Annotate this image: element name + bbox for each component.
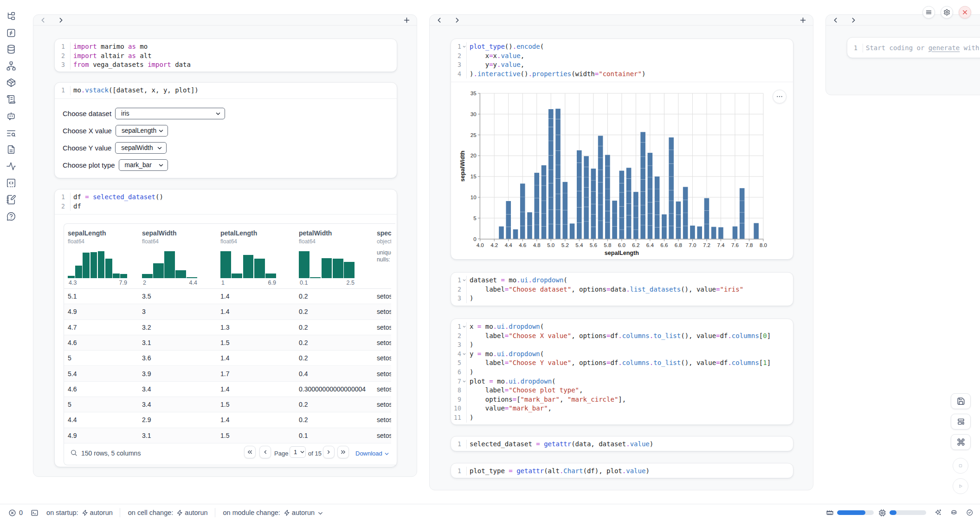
download-label: Download: [355, 450, 382, 457]
svg-text:7.2: 7.2: [703, 242, 710, 248]
cell-selected-dataset[interactable]: 1selected_dataset = getattr(data, datase…: [451, 436, 793, 451]
sidebar-function-square-icon[interactable]: [6, 28, 16, 38]
sidebar-file-tree-icon[interactable]: [6, 11, 16, 21]
table-row[interactable]: 53.41.50.2setosa: [64, 397, 391, 412]
table-column-header[interactable]: species object uniquenulls:: [377, 224, 391, 289]
table-cell: 0.4: [299, 366, 308, 382]
sidebar-file-text-icon[interactable]: [6, 144, 16, 155]
table-row[interactable]: 4.42.91.40.2setosa: [64, 412, 391, 428]
sidebar-network-icon[interactable]: [6, 61, 16, 71]
menu-button[interactable]: [922, 6, 935, 19]
stop-button[interactable]: [953, 458, 968, 474]
statusbar-item[interactable]: on module change:autorun: [223, 509, 324, 517]
cell-vstack[interactable]: 1mo.vstack([dataset, x, y, plot]) Choose…: [54, 82, 397, 178]
table-cell: setosa: [377, 289, 391, 304]
table-row[interactable]: 5.43.91.70.4setosa: [64, 366, 391, 382]
cell-plot-type-code[interactable]: 1plot_type = getattr(alt.Chart(df), plot…: [451, 463, 793, 479]
column-collapse-left-button[interactable]: [39, 16, 47, 24]
search-icon[interactable]: [70, 449, 77, 456]
cell-vstack-code[interactable]: 1mo.vstack([dataset, x, y, plot]): [55, 83, 397, 98]
column-collapse-right-button[interactable]: [57, 16, 65, 24]
dropdown-select[interactable]: sepalWidth: [115, 142, 167, 154]
sidebar-help-icon[interactable]: [6, 211, 16, 221]
cell-xyplot-code[interactable]: 1x = mo.ui.dropdown(2 label="Choose X va…: [451, 319, 793, 426]
dropdown-select[interactable]: sepalLength: [116, 125, 168, 137]
cell-dataframe-code[interactable]: 1df = selected_dataset()2df: [55, 189, 397, 214]
table-column-header[interactable]: sepalLength float64 4.3 7.9: [68, 224, 127, 289]
command-palette-button[interactable]: [951, 434, 971, 450]
column-collapse-right-button[interactable]: [453, 16, 461, 24]
column-collapse-right-button[interactable]: [850, 16, 858, 24]
close-button[interactable]: [959, 6, 971, 19]
errors-icon[interactable]: [8, 509, 16, 517]
bar-chart[interactable]: 4.04.24.44.64.85.05.25.45.65.86.06.26.46…: [451, 82, 794, 259]
dropdown-select[interactable]: mark_bar: [119, 159, 168, 171]
download-button[interactable]: Download: [355, 450, 390, 457]
table-column-header[interactable]: sepalWidth float64 2 4.4: [142, 224, 197, 289]
add-column-button[interactable]: [403, 16, 411, 24]
column-histogram: [68, 248, 127, 278]
cpu-icon[interactable]: [878, 509, 886, 517]
cell-plot[interactable]: 1plot_type().encode(2 x=x.value,3 y=y.va…: [451, 39, 793, 260]
table-cell: 4.6: [68, 335, 77, 351]
table-row[interactable]: 5.13.51.40.2setosa: [64, 289, 391, 304]
column-max: 4.4: [189, 280, 197, 286]
table-row[interactable]: 4.931.40.2setosa: [64, 304, 391, 319]
notebook-column-3: 1 Start coding or generate with AI: [825, 14, 980, 95]
table-row[interactable]: 4.63.41.40.30000000000000004setosa: [64, 382, 391, 397]
settings-gear-button[interactable]: [941, 6, 953, 19]
last-page-button[interactable]: [337, 446, 349, 458]
sidebar-database-icon[interactable]: [6, 44, 16, 54]
cell-imports-code[interactable]: 1import marimo as mo2import altair as al…: [55, 39, 397, 73]
cpu-meter: [890, 510, 926, 515]
cell-dataset-code[interactable]: 1dataset = mo.ui.dropdown(2 label="Choos…: [451, 273, 793, 306]
table-row[interactable]: 53.61.40.2setosa: [64, 351, 391, 366]
table-column-header[interactable]: petalLength float64 1 6.9: [220, 224, 276, 289]
table-cell: setosa: [377, 397, 391, 412]
svg-text:6.2: 6.2: [632, 242, 639, 248]
sidebar-snippets-icon[interactable]: [6, 178, 16, 188]
column-max: 7.9: [119, 280, 127, 286]
column-collapse-left-button[interactable]: [435, 16, 443, 24]
cell-plot-type[interactable]: 1plot_type = getattr(alt.Chart(df), plot…: [451, 463, 793, 478]
statusbar-item[interactable]: on startup:autorun: [46, 509, 113, 516]
sidebar-notebook-pen-icon[interactable]: [6, 195, 16, 205]
run-button[interactable]: [953, 478, 968, 494]
sidebar-bot-chat-icon[interactable]: [6, 111, 16, 121]
cell-plot-code[interactable]: 1plot_type().encode(2 x=x.value,3 y=y.va…: [451, 39, 793, 82]
cell-empty-scratch[interactable]: 1 Start coding or generate with AI: [847, 37, 980, 58]
page-select[interactable]: 1: [290, 446, 306, 458]
next-page-button[interactable]: [323, 446, 335, 458]
table-row[interactable]: 4.73.21.30.2setosa: [64, 320, 391, 335]
sidebar-package-icon[interactable]: [6, 78, 16, 88]
sidebar-text-search-icon[interactable]: [6, 128, 16, 138]
cell-selected-code[interactable]: 1selected_dataset = getattr(data, datase…: [451, 436, 793, 452]
add-column-button[interactable]: [799, 16, 807, 24]
memory-icon[interactable]: [826, 509, 834, 517]
sidebar-scroll-docs-icon[interactable]: [6, 94, 16, 104]
error-count: 0: [19, 509, 23, 516]
cell-imports[interactable]: 1import marimo as mo2import altair as al…: [54, 39, 397, 72]
cell-dataframe[interactable]: 1df = selected_dataset()2df sepalLength …: [54, 189, 397, 467]
table-cell: 0.30000000000000004: [299, 382, 366, 397]
connection-status-icon[interactable]: [966, 509, 974, 516]
column-collapse-left-button[interactable]: [832, 16, 839, 24]
layout-toggle-button[interactable]: [951, 414, 971, 430]
ai-sparkles-icon[interactable]: [935, 509, 942, 516]
first-page-button[interactable]: [244, 446, 256, 458]
table-row[interactable]: 4.93.11.50.1setosa: [64, 428, 391, 443]
dropdown-select[interactable]: iris: [115, 108, 225, 119]
generate-ai-link[interactable]: generate: [928, 44, 960, 52]
column-dtype: float64: [142, 238, 197, 245]
cell-dataset-dropdown[interactable]: 1dataset = mo.ui.dropdown(2 label="Choos…: [451, 272, 793, 306]
terminal-icon[interactable]: [31, 509, 39, 517]
statusbar-item[interactable]: on cell change:autorun: [128, 509, 208, 516]
table-column-header[interactable]: petalWidth float64 0.1 2.5: [299, 224, 355, 289]
table-row[interactable]: 4.63.11.50.2setosa: [64, 335, 391, 351]
sidebar-activity-icon[interactable]: [6, 161, 16, 171]
copilot-icon[interactable]: [950, 509, 958, 516]
save-button[interactable]: [951, 393, 971, 409]
code-placeholder[interactable]: Start coding or generate with AI: [863, 44, 980, 53]
prev-page-button[interactable]: [259, 446, 271, 458]
cell-xyplot-dropdowns[interactable]: 1x = mo.ui.dropdown(2 label="Choose X va…: [451, 319, 793, 425]
